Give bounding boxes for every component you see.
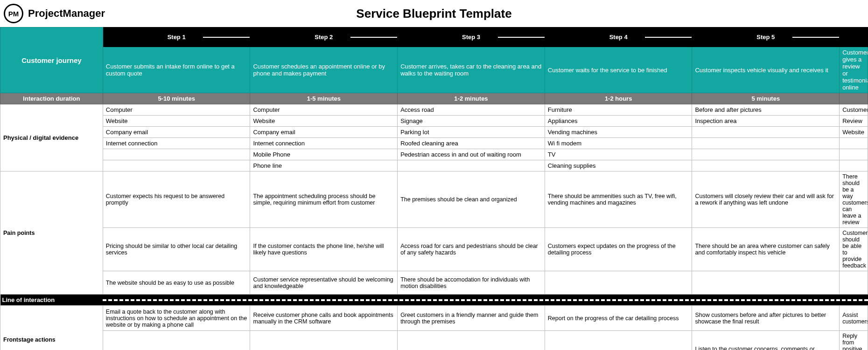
evidence-cell: Cleaning supplies xyxy=(545,160,692,172)
pain-cell: The website should be as easy to use as … xyxy=(103,271,250,295)
evidence-cell xyxy=(840,149,868,160)
duration-cell: 1-5 minutes xyxy=(250,93,398,104)
duration-label: Interaction duration xyxy=(0,93,103,104)
pain-cell: If the customer contacts the phone line,… xyxy=(250,228,398,271)
evidence-cell: TV xyxy=(545,149,692,160)
evidence-cell: Inspection area xyxy=(692,116,840,127)
journey-cell: Customer arrives, takes car to the clean… xyxy=(398,47,545,93)
evidence-cell xyxy=(692,138,840,149)
pain-cell xyxy=(545,271,692,295)
brand-name: ProjectManager xyxy=(28,7,105,20)
pain-cell: Access road for cars and pedestrians sho… xyxy=(398,228,545,271)
table-row: Internet connection Internet connection … xyxy=(0,138,868,149)
step-header xyxy=(840,27,868,47)
evidence-cell: Pedestrian access in and out of waiting … xyxy=(398,149,545,160)
table-row: Physical / digital evidence Computer Com… xyxy=(0,104,868,116)
frontstage-cell: Reply from positive and negative reviews xyxy=(840,331,868,350)
arrow-icon xyxy=(792,37,840,38)
pain-cell: There should be accomodation for individ… xyxy=(398,271,545,295)
pain-cell: There should be an area where customer c… xyxy=(692,228,840,271)
journey-cell: Customer inspects vehicle visually and r… xyxy=(692,47,840,93)
duration-cell: 1-2 minutes xyxy=(398,93,545,104)
duration-row: Interaction duration 5-10 minutes 1-5 mi… xyxy=(0,93,868,104)
duration-cell: 1-2 hours xyxy=(545,93,692,104)
evidence-cell xyxy=(103,160,250,172)
frontstage-cell xyxy=(398,331,545,350)
evidence-cell: Mobile Phone xyxy=(250,149,398,160)
table-row: The website should be as easy to use as … xyxy=(0,271,868,295)
pain-cell xyxy=(692,271,840,295)
separator-line xyxy=(103,295,868,306)
pain-cell: There should be a way customers can leav… xyxy=(840,172,868,228)
step-header: Step 2 xyxy=(250,27,398,47)
pain-cell: Customer expects his request to be answe… xyxy=(103,172,250,228)
evidence-cell: Access road xyxy=(398,104,545,116)
pain-cell: Customer service representative should b… xyxy=(250,271,398,295)
frontstage-cell: Email a quote back to the customer along… xyxy=(103,306,250,331)
table-row: Phone line Cleaning supplies xyxy=(0,160,868,172)
evidence-cell: Customer xyxy=(840,104,868,116)
journey-cell: Customer submits an intake form online t… xyxy=(103,47,250,93)
pain-cell: The premises should be clean and organiz… xyxy=(398,172,545,228)
frontstage-cell: Listen to the customer concerns, comment… xyxy=(692,331,840,350)
table-row: Frontstage actions Email a quote back to… xyxy=(0,306,868,331)
journey-cell: Customer schedules an appointment online… xyxy=(250,47,398,93)
evidence-cell: Company email xyxy=(103,127,250,138)
step-header: Step 5 xyxy=(692,27,840,47)
evidence-cell xyxy=(692,127,840,138)
brand-block: PM ProjectManager xyxy=(4,4,105,23)
pain-label: Pain points xyxy=(0,172,103,295)
evidence-cell: Company email xyxy=(250,127,398,138)
frontstage-cell xyxy=(250,331,398,350)
evidence-cell xyxy=(840,160,868,172)
evidence-cell: Signage xyxy=(398,116,545,127)
page-header: PM ProjectManager Service Blueprint Temp… xyxy=(0,0,868,27)
arrow-icon xyxy=(498,37,545,38)
evidence-cell: Roofed cleaning area xyxy=(398,138,545,149)
evidence-cell xyxy=(692,149,840,160)
frontstage-cell: Report on the progress of the car detail… xyxy=(545,306,692,331)
evidence-cell: Website xyxy=(840,127,868,138)
evidence-label: Physical / digital evidence xyxy=(0,104,103,172)
frontstage-cell: Assist customers xyxy=(840,306,868,331)
journey-cell: Customer waits for the service to be fin… xyxy=(545,47,692,93)
evidence-cell: Furniture xyxy=(545,104,692,116)
evidence-cell: Internet connection xyxy=(103,138,250,149)
logo-icon: PM xyxy=(4,4,23,23)
evidence-cell xyxy=(398,160,545,172)
step-header: Step 3 xyxy=(398,27,545,47)
evidence-cell: Phone line xyxy=(250,160,398,172)
journey-row: Customer submits an intake form online t… xyxy=(0,47,868,93)
evidence-cell: Wi fi modem xyxy=(545,138,692,149)
step-header: Step 1 xyxy=(103,27,250,47)
pain-cell xyxy=(840,271,868,295)
evidence-cell: Computer xyxy=(250,104,398,116)
step-header-row: Customer journey Step 1 Step 2 Step 3 St… xyxy=(0,27,868,47)
evidence-cell: Review xyxy=(840,116,868,127)
duration-cell: 5 minutes xyxy=(692,93,840,104)
journey-cell: Customer gives a review or testimonial o… xyxy=(840,47,868,93)
pain-cell: Customers expect updates on the progress… xyxy=(545,228,692,271)
page-title: Service Blueprint Template xyxy=(356,7,511,21)
table-row: Website Website Signage Appliances Inspe… xyxy=(0,116,868,127)
table-row: Pain points Customer expects his request… xyxy=(0,172,868,228)
separator-interaction: Line of interaction xyxy=(0,295,868,306)
frontstage-label: Frontstage actions xyxy=(0,306,103,350)
table-row: Listen to the customer concerns, comment… xyxy=(0,331,868,350)
pain-cell: The appointment scheduling process shoul… xyxy=(250,172,398,228)
evidence-cell: Parking lot xyxy=(398,127,545,138)
evidence-cell xyxy=(840,138,868,149)
evidence-cell: Internet connection xyxy=(250,138,398,149)
evidence-cell xyxy=(692,160,840,172)
blueprint-table: Customer journey Step 1 Step 2 Step 3 St… xyxy=(0,27,868,350)
frontstage-cell xyxy=(545,331,692,350)
arrow-icon xyxy=(203,37,250,38)
evidence-cell: Website xyxy=(250,116,398,127)
duration-cell: 5-10 minutes xyxy=(103,93,250,104)
evidence-cell xyxy=(103,149,250,160)
pain-cell: Pricing should be similar to other local… xyxy=(103,228,250,271)
table-row: Company email Company email Parking lot … xyxy=(0,127,868,138)
evidence-cell: Computer xyxy=(103,104,250,116)
step-header: Step 4 xyxy=(545,27,692,47)
arrow-icon xyxy=(645,37,692,38)
